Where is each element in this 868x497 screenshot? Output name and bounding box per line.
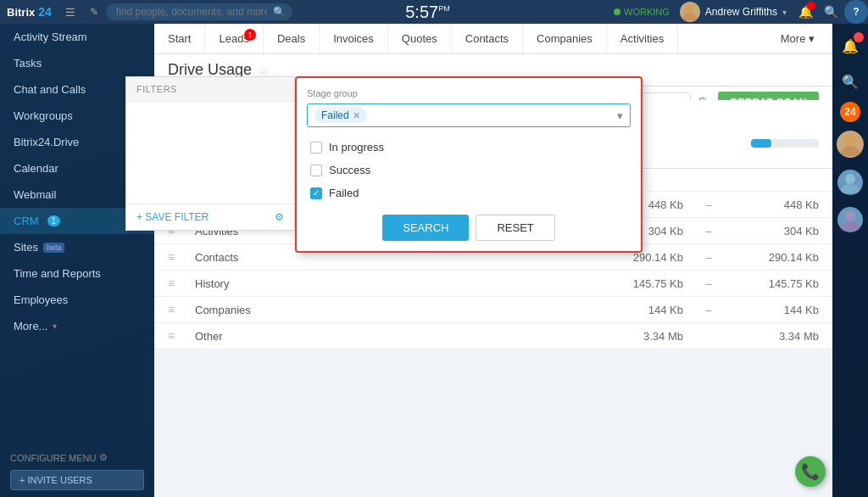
working-status: WORKING	[614, 7, 670, 17]
stage-tag-label: Failed	[321, 109, 349, 121]
search-global-button[interactable]: 🔍	[819, 0, 843, 24]
topbar-right-icons: 🔔 🔍 ?	[793, 0, 868, 24]
topbar: Bitrix 24 ☰ ✎ 🔍 5:57PM WORKING Andrew Gr…	[0, 0, 868, 24]
row-size1: 3.34 Mb	[598, 330, 683, 343]
checkbox-failed[interactable]	[310, 187, 322, 199]
search-input[interactable]	[106, 3, 292, 20]
app-logo: Bitrix 24	[0, 5, 58, 19]
tab-more-label: More ▾	[781, 32, 815, 45]
option-success-label: Success	[329, 164, 370, 176]
right-avatar-small-1[interactable]	[836, 168, 865, 197]
row-size1: 144 Kb	[598, 304, 683, 316]
row-size2: 144 Kb	[734, 304, 819, 316]
tab-invoices[interactable]: Invoices	[320, 24, 388, 53]
right-user-avatar-sm-2	[837, 207, 863, 232]
row-dash: –	[683, 198, 734, 211]
notification-badge	[807, 2, 815, 10]
row-name: Other	[188, 330, 598, 343]
right-user-avatar	[837, 131, 864, 158]
row-size2: 145.75 Kb	[734, 277, 819, 290]
stage-tag-close-icon[interactable]: ✕	[353, 110, 360, 121]
save-filter-label: + SAVE FILTER	[136, 211, 209, 223]
tab-activities[interactable]: Activities	[607, 24, 678, 53]
row-dash: –	[683, 251, 734, 264]
phone-fab-button[interactable]: 📞	[795, 456, 826, 487]
hamburger-icon[interactable]: ☰	[58, 0, 82, 24]
activity-stream-label: Activity Stream	[14, 31, 87, 43]
tab-quotes-label: Quotes	[402, 32, 437, 45]
tab-leads[interactable]: Leads 1	[205, 24, 263, 53]
notifications-right-button[interactable]: 🔔	[835, 31, 865, 61]
user-chevron-icon[interactable]: ▾	[782, 8, 787, 17]
sites-label: Sites	[14, 241, 38, 254]
tab-companies[interactable]: Companies	[523, 24, 607, 53]
filter-settings-icon[interactable]: ⚙	[275, 211, 284, 223]
reset-button[interactable]: RESET	[476, 215, 554, 241]
right-24-badge: 24	[840, 102, 860, 122]
tab-contacts[interactable]: Contacts	[452, 24, 523, 53]
tab-contacts-label: Contacts	[465, 32, 509, 45]
drag-icon: ≡	[168, 329, 188, 343]
stage-group-label: Stage group	[307, 88, 631, 98]
nav-tabs-bar: Start Leads 1 Deals Invoices Quotes Cont…	[154, 24, 832, 54]
edit-icon[interactable]: ✎	[82, 0, 106, 24]
stage-select-wrap[interactable]: Failed ✕ ▾	[307, 103, 631, 127]
invite-users-label: + INVITE USERS	[19, 475, 92, 485]
right-avatar-main[interactable]	[837, 131, 864, 158]
employees-label: Employees	[14, 293, 68, 306]
search-wrap: 🔍	[106, 3, 292, 20]
sidebar-item-activity-stream[interactable]: Activity Stream	[0, 24, 154, 50]
app-name: Bitrix	[7, 6, 35, 19]
sidebar-item-employees[interactable]: Employees	[0, 287, 154, 313]
checkbox-success[interactable]	[310, 165, 322, 176]
option-failed[interactable]: Failed	[307, 181, 631, 204]
row-name: History	[188, 277, 598, 290]
configure-menu-label: CONFIGURE MENU	[10, 453, 96, 463]
invite-users-button[interactable]: + INVITE USERS	[10, 470, 144, 490]
sidebar-item-sites[interactable]: Sites beta	[0, 234, 154, 260]
row-size1: 145.75 Kb	[598, 277, 683, 290]
webmail-label: Webmail	[14, 188, 56, 201]
row-size2: 3.34 Mb	[734, 330, 819, 343]
tab-deals[interactable]: Deals	[264, 24, 320, 53]
crm-label: CRM	[14, 215, 39, 227]
filter-panel-body	[126, 102, 294, 204]
svg-point-3	[845, 211, 855, 221]
stage-btn-row: SEARCH RESET	[307, 215, 631, 241]
save-filter-row[interactable]: + SAVE FILTER ⚙	[126, 204, 294, 230]
configure-menu-button[interactable]: CONFIGURE MENU ⚙	[10, 449, 144, 466]
time-reports-label: Time and Reports	[14, 267, 101, 280]
right-user-avatar-sm-1	[837, 170, 863, 195]
row-dash: –	[683, 304, 734, 316]
stage-tag-chip[interactable]: Failed ✕	[314, 108, 367, 123]
notifications-button[interactable]: 🔔	[793, 0, 817, 24]
table-row: ≡ History 145.75 Kb – 145.75 Kb	[154, 271, 832, 297]
secondary-bar-fill	[751, 139, 771, 148]
search-button[interactable]: SEARCH	[382, 215, 469, 241]
right-search-button[interactable]: 🔍	[835, 66, 865, 97]
tab-more[interactable]: More ▾	[767, 24, 832, 53]
tab-activities-label: Activities	[620, 32, 664, 45]
tab-invoices-label: Invoices	[333, 32, 374, 45]
checkbox-in-progress[interactable]	[310, 142, 322, 154]
sidebar-item-more[interactable]: More... ▾	[0, 313, 154, 339]
help-button[interactable]: ?	[844, 0, 868, 24]
tab-quotes[interactable]: Quotes	[388, 24, 452, 53]
star-icon[interactable]: ☆	[259, 64, 270, 77]
tab-start[interactable]: Start	[154, 24, 205, 53]
option-success[interactable]: Success	[307, 159, 631, 181]
app-number: 24	[38, 5, 52, 19]
svg-point-1	[844, 135, 856, 147]
stage-select-arrow-icon[interactable]: ▾	[617, 109, 623, 122]
user-avatar	[680, 2, 700, 22]
option-in-progress[interactable]: In progress	[307, 136, 631, 159]
tab-start-label: Start	[168, 32, 191, 45]
right-sidebar: 🔔 🔍 24	[832, 24, 868, 497]
sidebar-item-time-reports[interactable]: Time and Reports	[0, 260, 154, 287]
option-failed-label: Failed	[329, 187, 359, 199]
configure-menu-icon: ⚙	[99, 452, 108, 463]
right-avatar-small-2[interactable]	[836, 205, 865, 234]
sidebar-item-tasks[interactable]: Tasks	[0, 50, 154, 76]
chat-label: Chat and Calls	[14, 83, 86, 96]
row-size2: 304 Kb	[734, 225, 819, 237]
